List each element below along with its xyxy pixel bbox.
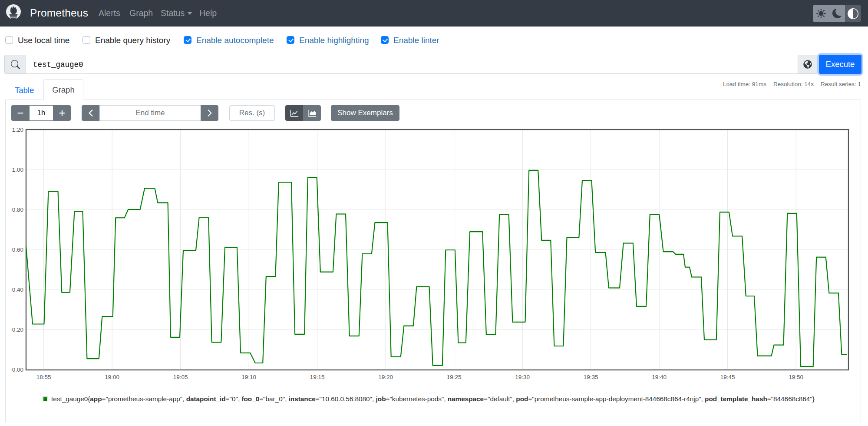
svg-text:1.20: 1.20: [12, 126, 23, 133]
svg-text:19:15: 19:15: [310, 374, 325, 380]
svg-text:19:35: 19:35: [584, 374, 598, 380]
svg-text:19:25: 19:25: [447, 374, 462, 380]
svg-text:19:30: 19:30: [515, 374, 530, 380]
svg-text:19:40: 19:40: [652, 374, 667, 380]
svg-text:19:00: 19:00: [105, 374, 119, 380]
svg-text:19:50: 19:50: [789, 374, 803, 380]
svg-text:0.00: 0.00: [12, 366, 23, 373]
svg-text:18:55: 18:55: [36, 374, 51, 380]
svg-text:0.20: 0.20: [12, 326, 23, 333]
svg-text:1.00: 1.00: [12, 166, 23, 173]
svg-text:0.60: 0.60: [12, 246, 23, 253]
svg-text:0.40: 0.40: [12, 286, 23, 293]
svg-text:19:45: 19:45: [720, 374, 735, 380]
svg-text:19:05: 19:05: [173, 374, 188, 380]
svg-text:19:20: 19:20: [378, 374, 393, 380]
svg-text:0.80: 0.80: [12, 206, 23, 213]
svg-text:19:10: 19:10: [241, 374, 256, 380]
